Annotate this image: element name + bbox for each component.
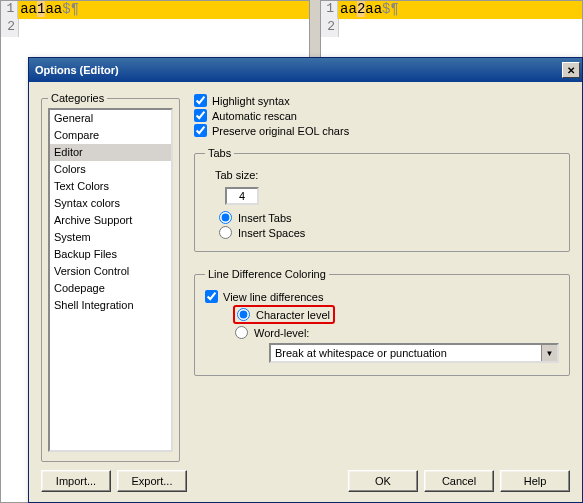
checkbox-label: Highlight syntax bbox=[212, 95, 290, 107]
titlebar[interactable]: Options (Editor) ✕ bbox=[29, 58, 582, 82]
preserve-eol-check[interactable]: Preserve original EOL chars bbox=[194, 124, 570, 137]
line-text: aa1aa$¶ bbox=[18, 1, 309, 19]
character-level-highlight: Character level bbox=[233, 305, 335, 324]
radio-label: Insert Tabs bbox=[238, 212, 292, 224]
list-item[interactable]: Shell Integration bbox=[50, 297, 171, 314]
checkbox[interactable] bbox=[205, 290, 218, 303]
radio-label: Character level bbox=[256, 309, 330, 321]
ldc-legend: Line Difference Coloring bbox=[205, 268, 329, 280]
radio-label: Word-level: bbox=[254, 327, 309, 339]
list-item[interactable]: Syntax colors bbox=[50, 195, 171, 212]
list-item[interactable]: Text Colors bbox=[50, 178, 171, 195]
tabs-legend: Tabs bbox=[205, 147, 234, 159]
automatic-rescan-check[interactable]: Automatic rescan bbox=[194, 109, 570, 122]
radio-label: Insert Spaces bbox=[238, 227, 305, 239]
cancel-button[interactable]: Cancel bbox=[424, 470, 494, 492]
line-number: 2 bbox=[1, 19, 19, 37]
radio[interactable] bbox=[235, 326, 248, 339]
line-number: 2 bbox=[321, 19, 339, 37]
categories-group: Categories GeneralCompareEditorColorsTex… bbox=[41, 92, 180, 462]
list-item[interactable]: Backup Files bbox=[50, 246, 171, 263]
list-item[interactable]: Colors bbox=[50, 161, 171, 178]
close-icon[interactable]: ✕ bbox=[562, 62, 580, 78]
character-level-radio[interactable]: Character level bbox=[235, 308, 330, 321]
line-text: aa2aa$¶ bbox=[338, 1, 582, 19]
list-item[interactable]: General bbox=[50, 110, 171, 127]
list-item[interactable]: Editor bbox=[50, 144, 171, 161]
import-button[interactable]: Import... bbox=[41, 470, 111, 492]
checkbox[interactable] bbox=[194, 124, 207, 137]
tabs-group: Tabs Tab size: Insert Tabs Insert Spaces bbox=[194, 147, 570, 252]
checkbox-label: Preserve original EOL chars bbox=[212, 125, 349, 137]
categories-legend: Categories bbox=[48, 92, 107, 104]
line-number: 1 bbox=[321, 1, 338, 19]
dialog-button-row: Import... Export... OK Cancel Help bbox=[41, 470, 570, 492]
tab-size-input[interactable] bbox=[225, 187, 259, 205]
checkbox-label: Automatic rescan bbox=[212, 110, 297, 122]
insert-spaces-radio[interactable]: Insert Spaces bbox=[205, 226, 559, 239]
options-dialog: Options (Editor) ✕ Categories GeneralCom… bbox=[28, 57, 583, 503]
categories-listbox[interactable]: GeneralCompareEditorColorsText ColorsSyn… bbox=[48, 108, 173, 452]
chevron-down-icon[interactable]: ▼ bbox=[541, 345, 557, 361]
list-item[interactable]: Compare bbox=[50, 127, 171, 144]
checkbox-label: View line differences bbox=[223, 291, 324, 303]
radio[interactable] bbox=[237, 308, 250, 321]
dialog-title: Options (Editor) bbox=[35, 64, 119, 76]
list-item[interactable]: Version Control bbox=[50, 263, 171, 280]
radio[interactable] bbox=[219, 226, 232, 239]
ok-button[interactable]: OK bbox=[348, 470, 418, 492]
list-item[interactable]: System bbox=[50, 229, 171, 246]
combo-text: Break at whitespace or punctuation bbox=[271, 345, 541, 361]
list-item[interactable]: Archive Support bbox=[50, 212, 171, 229]
view-line-diff-check[interactable]: View line differences bbox=[205, 290, 559, 303]
tab-size-label: Tab size: bbox=[215, 169, 258, 181]
help-button[interactable]: Help bbox=[500, 470, 570, 492]
list-item[interactable]: Codepage bbox=[50, 280, 171, 297]
line-number: 1 bbox=[1, 1, 18, 19]
highlight-syntax-check[interactable]: Highlight syntax bbox=[194, 94, 570, 107]
checkbox[interactable] bbox=[194, 94, 207, 107]
word-level-radio[interactable]: Word-level: bbox=[221, 326, 559, 339]
word-level-combo[interactable]: Break at whitespace or punctuation ▼ bbox=[269, 343, 559, 363]
export-button[interactable]: Export... bbox=[117, 470, 187, 492]
checkbox[interactable] bbox=[194, 109, 207, 122]
line-diff-coloring-group: Line Difference Coloring View line diffe… bbox=[194, 268, 570, 376]
radio[interactable] bbox=[219, 211, 232, 224]
insert-tabs-radio[interactable]: Insert Tabs bbox=[205, 211, 559, 224]
